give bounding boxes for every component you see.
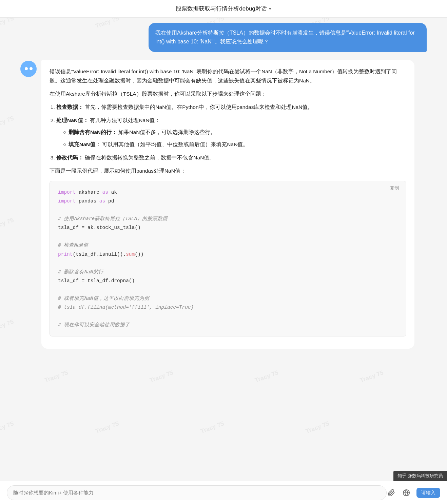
list-item: 检查数据： 首先，你需要检查数据集中的NaN值。在Python中，你可以使用pa… bbox=[56, 102, 406, 112]
code-block: 复制 import akshare as ak import pandas as… bbox=[50, 181, 406, 337]
header: 股票数据获取与行情分析debug对话 ▾ bbox=[0, 0, 447, 18]
list-item: 处理NaN值： 有几种方法可以处理NaN值： 删除含有NaN的行： 如果NaN值… bbox=[56, 116, 406, 149]
ai-steps-list: 检查数据： 首先，你需要检查数据集中的NaN值。在Python中，你可以使用pa… bbox=[56, 102, 406, 162]
watermark: Tracy 75 bbox=[305, 420, 330, 435]
globe-icon[interactable] bbox=[402, 488, 411, 498]
chat-input[interactable] bbox=[7, 485, 387, 500]
avatar bbox=[20, 61, 37, 77]
bottom-bar: 请输入 bbox=[0, 481, 447, 504]
page-title: 股票数据获取与行情分析debug对话 bbox=[176, 5, 267, 13]
nan-method2-text: 可以用其他值（如平均值、中位数或前后值）来填充NaN值。 bbox=[102, 141, 248, 147]
avatar-dot-2 bbox=[30, 67, 33, 70]
bottom-icons: 请输入 bbox=[387, 488, 440, 498]
ai-message-wrapper: 错误信息"ValueError: Invalid literal for int… bbox=[20, 60, 427, 349]
step2-text: 有几种方法可以处理NaN值： bbox=[90, 117, 160, 123]
nan-method1-text: 如果NaN值不多，可以选择删除这些行。 bbox=[118, 129, 216, 135]
avatar-dots bbox=[25, 67, 33, 70]
send-button[interactable]: 请输入 bbox=[416, 488, 440, 498]
nan-method1-label: 删除含有NaN的行： bbox=[69, 129, 117, 135]
user-message-text: 我在使用Akshare分析特斯拉（TSLA）的数据会时不时有崩溃发生，错误信息是… bbox=[155, 30, 415, 44]
ai-response-content: 错误信息"ValueError: Invalid literal for int… bbox=[41, 60, 414, 349]
input-area bbox=[7, 485, 387, 500]
code-intro-text: 下面是一段示例代码，展示如何使用pandas处理NaN值： bbox=[50, 166, 406, 175]
code-pre: import akshare as ak import pandas as pd… bbox=[50, 181, 406, 336]
bottom-right-watermark: 知乎 @数码科技研究员 bbox=[393, 471, 447, 481]
watermark: Tracy 75 bbox=[200, 420, 225, 435]
list-item: 删除含有NaN的行： 如果NaN值不多，可以选择删除这些行。 bbox=[63, 128, 406, 137]
step1-label: 检查数据： bbox=[56, 104, 83, 110]
ai-section-intro: 在使用Akshare库分析特斯拉（TSLA）股票数据时，你可以采取以下步骤来处理… bbox=[50, 89, 406, 98]
header-title-container[interactable]: 股票数据获取与行情分析debug对话 ▾ bbox=[176, 5, 271, 13]
nan-method2-label: 填充NaN值： bbox=[69, 141, 101, 147]
nan-methods-list: 删除含有NaN的行： 如果NaN值不多，可以选择删除这些行。 填充NaN值： 可… bbox=[63, 128, 406, 149]
step3-label: 修改代码： bbox=[56, 155, 83, 160]
chat-container: 我在使用Akshare分析特斯拉（TSLA）的数据会时不时有崩溃发生，错误信息是… bbox=[0, 18, 447, 391]
attachment-icon[interactable] bbox=[387, 488, 396, 498]
user-bubble: 我在使用Akshare分析特斯拉（TSLA）的数据会时不时有崩溃发生，错误信息是… bbox=[149, 23, 427, 52]
user-message-wrapper: 我在使用Akshare分析特斯拉（TSLA）的数据会时不时有崩溃发生，错误信息是… bbox=[20, 23, 427, 52]
watermark: Tracy 75 bbox=[0, 420, 15, 435]
step3-text: 确保在将数据转换为整数之前，数据中不包含NaN值。 bbox=[85, 155, 215, 160]
watermark: Tracy 75 bbox=[95, 420, 120, 435]
avatar-dot-1 bbox=[25, 67, 28, 70]
step1-text: 首先，你需要检查数据集中的NaN值。在Python中，你可以使用pandas库来… bbox=[85, 104, 313, 110]
watermark-label: 知乎 @数码科技研究员 bbox=[397, 473, 443, 478]
chevron-down-icon: ▾ bbox=[269, 6, 271, 11]
step2-label: 处理NaN值： bbox=[56, 117, 89, 123]
copy-button[interactable]: 复制 bbox=[388, 185, 401, 192]
ai-intro-text: 错误信息"ValueError: Invalid literal for int… bbox=[50, 67, 406, 85]
list-item: 填充NaN值： 可以用其他值（如平均值、中位数或前后值）来填充NaN值。 bbox=[63, 140, 406, 149]
list-item: 修改代码： 确保在将数据转换为整数之前，数据中不包含NaN值。 bbox=[56, 153, 406, 162]
